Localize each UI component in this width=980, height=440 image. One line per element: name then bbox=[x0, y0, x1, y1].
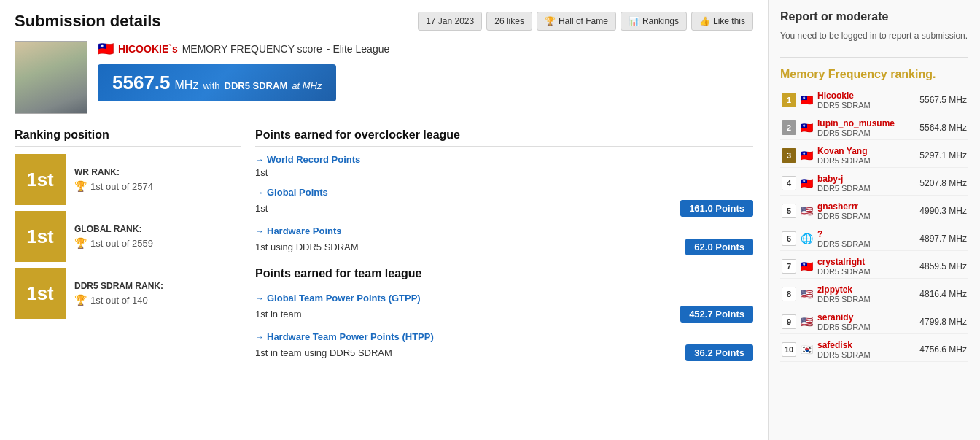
ranking-user-name[interactable]: safedisk bbox=[817, 340, 915, 350]
ranking-score: 4799.8 MHz bbox=[919, 317, 967, 327]
submission-title-line: 🇹🇼 HICOOKIE`s MEMORY FREQUENCY score - E… bbox=[98, 41, 753, 57]
htpp-badge: 36.2 Points bbox=[685, 344, 753, 361]
ranking-score: 5207.8 MHz bbox=[919, 178, 967, 188]
hw-points-badge: 62.0 Points bbox=[685, 239, 753, 255]
ranking-user-name[interactable]: crystalright bbox=[817, 257, 915, 267]
ranking-item: 8 🇺🇸 zippytek DDR5 SDRAM 4816.4 MHz bbox=[780, 282, 968, 306]
submission-info: 🇹🇼 HICOOKIE`s MEMORY FREQUENCY score - E… bbox=[15, 41, 753, 114]
ranking-flag: 🇹🇼 bbox=[801, 260, 813, 272]
hw-points-label[interactable]: Hardware Points bbox=[255, 225, 753, 236]
rank-badge-ddr5: 1st bbox=[15, 268, 66, 319]
rank-item-ddr5: 1st DDR5 SDRAM RANK: 🏆 1st out of 140 bbox=[15, 268, 241, 319]
team-section-title: Points earned for team league bbox=[255, 267, 753, 285]
ranking-user-info: baby-j DDR5 SDRAM bbox=[817, 174, 915, 193]
ranking-score: 5564.8 MHz bbox=[919, 123, 967, 133]
htpp-row: 1st in team using DDR5 SDRAM 36.2 Points bbox=[255, 344, 753, 361]
ranking-user-hw: DDR5 SDRAM bbox=[817, 323, 915, 331]
ranking-flag: 🇹🇼 bbox=[801, 122, 813, 134]
ranking-user-info: ? DDR5 SDRAM bbox=[817, 229, 915, 248]
ranking-user-name[interactable]: zippytek bbox=[817, 285, 915, 295]
team-points: Global Team Power Points (GTPP) 1st in t… bbox=[255, 293, 753, 361]
ranking-user-info: gnasherrr DDR5 SDRAM bbox=[817, 201, 915, 220]
ranking-list: 1 🇹🇼 Hicookie DDR5 SDRAM 5567.5 MHz 2 🇹🇼… bbox=[780, 88, 968, 362]
sidebar: Report or moderate You need to be logged… bbox=[769, 0, 980, 440]
rank-items: 1st WR RANK: 🏆 1st out of 2574 1st bbox=[15, 154, 241, 319]
ranking-flag: 🇹🇼 bbox=[801, 150, 813, 161]
ranking-score: 4816.4 MHz bbox=[919, 289, 967, 299]
gtpp-badge: 452.7 Points bbox=[680, 306, 753, 323]
hw-points-value: 1st using DDR5 SDRAM bbox=[255, 242, 359, 252]
ranking-user-name[interactable]: Hicookie bbox=[817, 90, 915, 101]
rank-number: 1 bbox=[782, 93, 796, 107]
ranking-user-hw: DDR5 SDRAM bbox=[817, 267, 915, 276]
score-at: at MHz bbox=[292, 80, 322, 91]
overclocker-points: World Record Points 1st Global Points 1s… bbox=[255, 154, 753, 255]
rank-number: 7 bbox=[782, 259, 796, 274]
htpp-value: 1st in team using DDR5 SDRAM bbox=[255, 347, 392, 358]
ranking-user-name[interactable]: gnasherrr bbox=[817, 201, 915, 212]
rank-sub-wr: 🏆 1st out of 2574 bbox=[74, 180, 153, 192]
ranking-item: 7 🇹🇼 crystalright DDR5 SDRAM 4859.5 MHz bbox=[780, 255, 968, 279]
trophy-global-icon: 🏆 bbox=[74, 237, 87, 249]
ranking-user-info: seranidy DDR5 SDRAM bbox=[817, 312, 915, 331]
rank-label-global: GLOBAL RANK: bbox=[74, 224, 153, 234]
rankings-button[interactable]: 📊 Rankings bbox=[621, 12, 687, 31]
points-column: Points earned for overclocker league Wor… bbox=[255, 128, 753, 373]
ranking-column: Ranking position 1st WR RANK: 🏆 1st out … bbox=[15, 128, 241, 373]
ranking-user-name[interactable]: baby-j bbox=[817, 174, 915, 184]
hw-points-row: 1st using DDR5 SDRAM 62.0 Points bbox=[255, 239, 753, 255]
ranking-user-name[interactable]: Kovan Yang bbox=[817, 146, 915, 156]
ranking-item: 6 🌐 ? DDR5 SDRAM 4897.7 MHz bbox=[780, 227, 968, 251]
htpp-label[interactable]: Hardware Team Power Points (HTPP) bbox=[255, 331, 753, 342]
ranking-user-name[interactable]: seranidy bbox=[817, 312, 915, 323]
sidebar-ranking-title: Memory Frequency ranking. bbox=[780, 68, 968, 81]
rank-info-ddr5: DDR5 SDRAM RANK: 🏆 1st out of 140 bbox=[74, 281, 163, 306]
ranking-user-info: zippytek DDR5 SDRAM bbox=[817, 285, 915, 304]
like-button[interactable]: 👍 Like this bbox=[691, 12, 753, 31]
global-points-label[interactable]: Global Points bbox=[255, 187, 753, 198]
chart-icon: 📊 bbox=[629, 16, 639, 26]
rank-label-wr: WR RANK: bbox=[74, 167, 153, 177]
ranking-user-hw: DDR5 SDRAM bbox=[817, 295, 915, 304]
header-buttons: 17 Jan 2023 26 likes 🏆 Hall of Fame 📊 Ra… bbox=[418, 12, 753, 31]
flag-icon-tw: 🇹🇼 bbox=[98, 41, 114, 57]
trophy-icon: 🏆 bbox=[545, 16, 556, 26]
wr-points-value: 1st bbox=[255, 167, 268, 178]
trophy-ddr5-icon: 🏆 bbox=[74, 294, 87, 306]
wr-points-label[interactable]: World Record Points bbox=[255, 154, 753, 165]
rank-number: 3 bbox=[782, 148, 796, 163]
point-item-gtpp: Global Team Power Points (GTPP) 1st in t… bbox=[255, 293, 753, 323]
rank-sub-global: 🏆 1st out of 2559 bbox=[74, 237, 153, 249]
ranking-user-hw: DDR5 SDRAM bbox=[817, 156, 915, 165]
ranking-user-name[interactable]: lupin_no_musume bbox=[817, 118, 915, 128]
sidebar-report-title: Report or moderate bbox=[780, 10, 968, 23]
ranking-flag: 🇺🇸 bbox=[801, 316, 813, 328]
ranking-item: 5 🇺🇸 gnasherrr DDR5 SDRAM 4990.3 MHz bbox=[780, 199, 968, 223]
rank-number: 10 bbox=[782, 342, 796, 357]
point-item-htpp: Hardware Team Power Points (HTPP) 1st in… bbox=[255, 331, 753, 361]
likes-button[interactable]: 26 likes bbox=[486, 12, 532, 31]
point-item-global: Global Points 1st 161.0 Points bbox=[255, 187, 753, 217]
gtpp-label[interactable]: Global Team Power Points (GTPP) bbox=[255, 293, 753, 304]
ranking-flag: 🇺🇸 bbox=[801, 205, 813, 217]
two-columns: Ranking position 1st WR RANK: 🏆 1st out … bbox=[15, 128, 753, 373]
submission-league: - Elite League bbox=[327, 43, 389, 55]
date-button[interactable]: 17 Jan 2023 bbox=[418, 12, 482, 31]
submission-score-label: MEMORY FREQUENCY score bbox=[182, 43, 322, 55]
ranking-flag: 🌐 bbox=[801, 233, 813, 244]
score-with: with bbox=[203, 80, 219, 91]
ranking-user-info: crystalright DDR5 SDRAM bbox=[817, 257, 915, 276]
submission-user: HICOOKIE`s bbox=[118, 43, 178, 55]
submission-details: 🇹🇼 HICOOKIE`s MEMORY FREQUENCY score - E… bbox=[98, 41, 753, 101]
ranking-item: 1 🇹🇼 Hicookie DDR5 SDRAM 5567.5 MHz bbox=[780, 88, 968, 112]
ranking-flag: 🇺🇸 bbox=[801, 288, 813, 300]
ranking-item: 10 🇰🇷 safedisk DDR5 SDRAM 4756.6 MHz bbox=[780, 338, 968, 362]
rank-badge-wr: 1st bbox=[15, 154, 66, 205]
ranking-flag: 🇹🇼 bbox=[801, 94, 813, 106]
rank-item-global: 1st GLOBAL RANK: 🏆 1st out of 2559 bbox=[15, 211, 241, 262]
score-unit: MHz bbox=[175, 79, 199, 92]
trophy-wr-icon: 🏆 bbox=[74, 180, 87, 192]
ranking-user-name[interactable]: ? bbox=[817, 229, 915, 239]
ranking-item: 3 🇹🇼 Kovan Yang DDR5 SDRAM 5297.1 MHz bbox=[780, 144, 968, 168]
hof-button[interactable]: 🏆 Hall of Fame bbox=[537, 12, 616, 31]
